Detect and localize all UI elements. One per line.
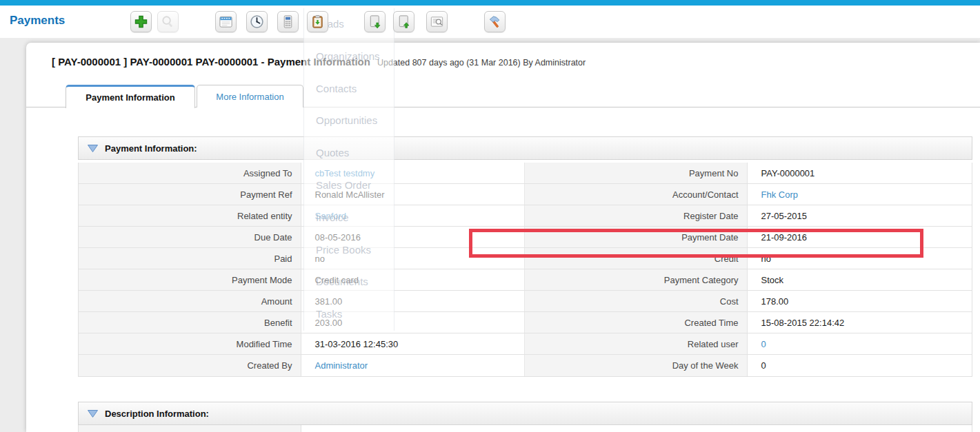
collapse-triangle-icon[interactable] bbox=[87, 409, 99, 418]
calculator-button[interactable] bbox=[277, 11, 299, 32]
field-label: Modified Time bbox=[79, 333, 301, 354]
record-card: [ PAY-0000001 ] PAY-0000001 PAY-0000001 … bbox=[26, 43, 980, 432]
export-button[interactable] bbox=[364, 11, 386, 32]
record-updated-info: Updated 807 days ago (31 Mar 2016) By Ad… bbox=[377, 58, 586, 68]
tab-bar: Payment InformationMore Information bbox=[26, 85, 980, 107]
table-row: Modified Time31-03-2016 12:45:30Related … bbox=[79, 333, 972, 355]
table-row: Payment ModeCredit cardPayment CategoryS… bbox=[79, 269, 972, 291]
payments-detail-page: Payments [ PAY-0000001 ] PAY-0000001 PAY… bbox=[0, 0, 980, 432]
calendar-button[interactable] bbox=[215, 11, 237, 32]
field-value: 178.00 bbox=[748, 291, 972, 311]
field-label: Due Date bbox=[79, 227, 301, 247]
table-row: Related entitySanfordRegister Date27-05-… bbox=[79, 205, 972, 227]
field-label: Created By bbox=[79, 355, 301, 376]
field-value: Fhk Corp bbox=[748, 184, 972, 205]
field-value: cbTest testdmy bbox=[301, 163, 526, 183]
description-table-partial-row bbox=[78, 425, 972, 432]
field-label: Payment Mode bbox=[79, 269, 301, 290]
section-header-payment-information[interactable]: Payment Information: bbox=[78, 136, 972, 160]
field-link[interactable]: cbTest testdmy bbox=[315, 168, 375, 178]
search-button[interactable] bbox=[157, 11, 179, 32]
clipboard-button[interactable] bbox=[307, 11, 328, 32]
field-value: no bbox=[301, 248, 526, 269]
collapse-triangle-icon[interactable] bbox=[87, 144, 99, 153]
field-label: Account/Contact bbox=[525, 184, 748, 205]
field-value: 0 bbox=[748, 355, 972, 376]
field-label: Assigned To bbox=[79, 163, 301, 183]
field-link[interactable]: Sanford bbox=[315, 211, 347, 221]
field-link[interactable]: 0 bbox=[761, 339, 766, 349]
import-button[interactable] bbox=[393, 11, 414, 32]
field-value: 27-05-2015 bbox=[748, 205, 972, 226]
field-value bbox=[301, 425, 972, 432]
field-label: Amount bbox=[79, 291, 301, 311]
field-label: Day of the Week bbox=[525, 355, 748, 376]
field-value: Credit card bbox=[301, 269, 526, 290]
top-accent-bar bbox=[0, 0, 980, 6]
field-label: Payment Ref bbox=[79, 184, 301, 205]
field-value: 31-03-2016 12:45:30 bbox=[301, 333, 526, 354]
field-label: Cost bbox=[525, 291, 748, 311]
field-label: Created Time bbox=[525, 312, 748, 333]
tools-button[interactable] bbox=[484, 11, 506, 32]
field-value: Stock bbox=[748, 269, 972, 290]
field-value: 203.00 bbox=[301, 312, 526, 333]
preview-button[interactable] bbox=[426, 11, 448, 32]
table-row: Assigned TocbTest testdmyPayment NoPAY-0… bbox=[79, 163, 972, 184]
section-title: Payment Information: bbox=[105, 143, 197, 154]
toolbar bbox=[0, 11, 980, 34]
record-title: [ PAY-0000001 ] PAY-0000001 PAY-0000001 … bbox=[52, 56, 370, 68]
calendar-icon bbox=[218, 14, 234, 30]
table-row: Created ByAdministratorDay of the Week0 bbox=[79, 355, 972, 376]
clock-icon bbox=[249, 14, 265, 30]
section-header-description-information[interactable]: Description Information: bbox=[78, 402, 972, 425]
search-icon bbox=[160, 14, 176, 30]
field-value: 381.00 bbox=[301, 291, 526, 311]
field-label: Benefit bbox=[79, 312, 301, 333]
field-value: no bbox=[748, 248, 972, 269]
field-value: Sanford bbox=[301, 205, 526, 226]
table-row: Benefit203.00Created Time15-08-2015 22:1… bbox=[79, 312, 972, 333]
field-label: Credit bbox=[525, 248, 748, 269]
field-value: Administrator bbox=[301, 355, 526, 376]
field-label bbox=[79, 425, 301, 432]
field-value: 15-08-2015 22:14:42 bbox=[748, 312, 972, 333]
field-label: Related user bbox=[525, 333, 748, 354]
tab-more-information[interactable]: More Information bbox=[197, 85, 303, 107]
preview-icon bbox=[429, 14, 445, 30]
import-icon bbox=[396, 14, 412, 30]
export-icon bbox=[367, 14, 383, 30]
tools-icon bbox=[487, 14, 503, 30]
table-row: Amount381.00Cost178.00 bbox=[79, 291, 972, 312]
table-row: Due Date08-05-2016Payment Date21-09-2016 bbox=[79, 227, 972, 248]
add-icon bbox=[133, 14, 149, 30]
table-row: PaidnoCreditno bbox=[79, 248, 972, 269]
record-header: [ PAY-0000001 ] PAY-0000001 PAY-0000001 … bbox=[52, 56, 586, 68]
field-link[interactable]: Fhk Corp bbox=[761, 189, 798, 200]
section-title: Description Information: bbox=[105, 409, 209, 419]
tab-payment-information[interactable]: Payment Information bbox=[66, 85, 195, 108]
field-label: Register Date bbox=[525, 205, 748, 226]
calculator-icon bbox=[280, 14, 296, 30]
field-value: Ronald McAllister bbox=[301, 184, 526, 205]
table-row: Payment RefRonald McAllisterAccount/Cont… bbox=[79, 184, 972, 205]
field-label: Payment Date bbox=[525, 227, 748, 247]
clipboard-icon bbox=[310, 14, 326, 30]
field-label: Payment No bbox=[525, 163, 748, 183]
add-button[interactable] bbox=[130, 11, 152, 32]
field-link[interactable]: Administrator bbox=[315, 360, 368, 371]
field-value: 21-09-2016 bbox=[748, 227, 972, 247]
field-value: 08-05-2016 bbox=[301, 227, 526, 247]
field-label: Payment Category bbox=[525, 269, 748, 290]
field-label: Paid bbox=[79, 248, 301, 269]
field-value: PAY-0000001 bbox=[748, 163, 972, 183]
field-label: Related entity bbox=[79, 205, 301, 226]
details-table: Assigned TocbTest testdmyPayment NoPAY-0… bbox=[78, 163, 972, 377]
clock-button[interactable] bbox=[246, 11, 268, 32]
field-value: 0 bbox=[748, 333, 972, 354]
